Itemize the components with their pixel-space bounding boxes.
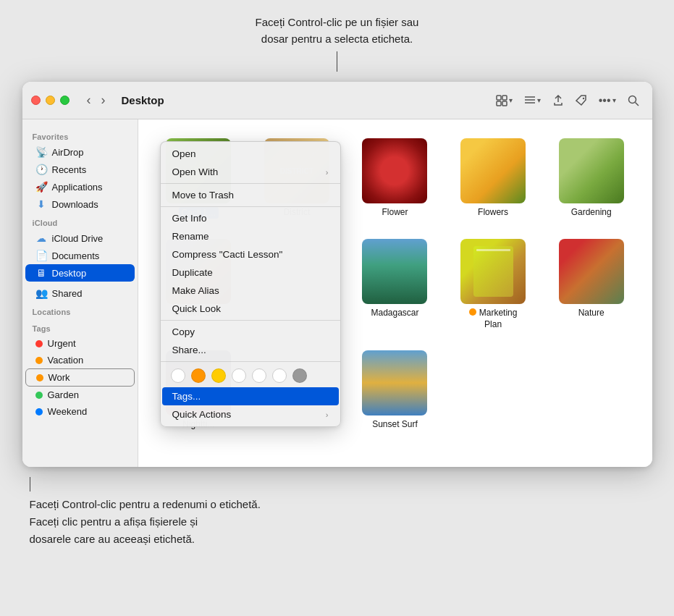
quick-actions-arrow: ›: [326, 410, 329, 419]
sidebar-item-tag-urgent-label: Urgent: [48, 338, 76, 349]
applications-icon: 🚀: [35, 181, 47, 193]
sidebar-item-tag-work[interactable]: Work: [25, 368, 135, 387]
cm-compress[interactable]: Compress "Cacti Lesson": [162, 245, 339, 263]
cm-quick-actions[interactable]: Quick Actions ›: [162, 405, 339, 423]
tag-urgent-dot: [35, 340, 43, 347]
cm-sep4: [161, 361, 340, 362]
tag-vacation-dot: [35, 357, 43, 364]
sidebar-item-downloads-label: Downloads: [52, 199, 98, 210]
cm-open-with[interactable]: Open With ›: [162, 163, 339, 181]
sidebar-item-tag-urgent[interactable]: Urgent: [25, 335, 135, 352]
top-annotation: Faceți Control-clic pe un fișier saudosa…: [256, 14, 419, 72]
finder-window: ‹ › Desktop ▾ ▾: [22, 82, 652, 467]
sidebar: Favorites 📡 AirDrop 🕐 Recents 🚀 Applicat…: [22, 119, 138, 467]
content-area: 🌵 Cacti L... DISTRICT District Flower: [138, 119, 652, 467]
list-view-button[interactable]: ▾: [520, 92, 545, 109]
sidebar-item-tag-weekend-label: Weekend: [48, 406, 88, 417]
cm-sep3: [161, 320, 340, 321]
sidebar-item-desktop[interactable]: 🖥 Desktop: [25, 264, 135, 282]
tag-color-blue[interactable]: [272, 368, 287, 383]
sidebar-item-desktop-label: Desktop: [52, 268, 87, 279]
search-button[interactable]: [623, 92, 644, 109]
maximize-button[interactable]: [60, 96, 69, 105]
sidebar-item-tag-vacation[interactable]: Vacation: [25, 352, 135, 368]
cm-share[interactable]: Share...: [162, 341, 339, 359]
airdrop-icon: 📡: [35, 146, 47, 158]
sidebar-item-tag-garden-label: Garden: [48, 389, 79, 400]
context-menu: Open Open With › Move to Trash Get Info: [160, 141, 341, 427]
svg-point-7: [582, 97, 584, 98]
sidebar-item-icloud-label: iCloud Drive: [52, 233, 104, 244]
tags-button[interactable]: [571, 92, 591, 109]
cm-sep2: [161, 206, 340, 207]
tag-color-orange[interactable]: [191, 368, 206, 383]
cm-copy[interactable]: Copy: [162, 323, 339, 341]
cm-get-info[interactable]: Get Info: [162, 209, 339, 227]
documents-icon: 📄: [35, 250, 47, 261]
close-button[interactable]: [31, 96, 41, 105]
more-button[interactable]: ••• ▾: [594, 91, 620, 110]
cm-move-trash[interactable]: Move to Trash: [162, 186, 339, 204]
traffic-lights: [31, 96, 69, 105]
cm-sep1: [161, 183, 340, 184]
sidebar-item-tag-weekend[interactable]: Weekend: [25, 403, 135, 420]
shared-icon: 👥: [35, 287, 47, 299]
cm-tags[interactable]: Tags...: [162, 387, 339, 405]
share-button[interactable]: [548, 92, 568, 109]
bottom-annotation-line2: Faceți clic pentru a afișa fișierele și: [30, 513, 652, 531]
back-button[interactable]: ‹: [83, 91, 96, 109]
cm-tag-colors: [161, 364, 340, 387]
sidebar-section-favorites: Favorites: [22, 127, 138, 143]
sidebar-item-shared-label: Shared: [52, 288, 83, 299]
bottom-annotation-line3: dosarele care au aceeași etichetă.: [30, 531, 652, 548]
sidebar-item-tag-work-label: Work: [49, 372, 70, 383]
svg-rect-1: [502, 96, 507, 100]
sidebar-item-applications[interactable]: 🚀 Applications: [25, 178, 135, 195]
sidebar-item-recents-label: Recents: [52, 164, 87, 175]
sidebar-section-locations: Locations: [22, 302, 138, 318]
bottom-annotations: Faceți Control-clic pentru a redenumi o …: [22, 477, 652, 548]
cm-rename[interactable]: Rename: [162, 227, 339, 245]
tag-color-gray[interactable]: [292, 368, 307, 383]
finder-main: Favorites 📡 AirDrop 🕐 Recents 🚀 Applicat…: [22, 119, 652, 467]
sidebar-item-recents[interactable]: 🕐 Recents: [25, 161, 135, 178]
tag-garden-dot: [35, 392, 43, 399]
sidebar-item-icloud-drive[interactable]: ☁ iCloud Drive: [25, 229, 135, 247]
bottom-annotation-line1: Faceți Control-clic pentru a redenumi o …: [30, 496, 652, 513]
cm-open[interactable]: Open: [162, 145, 339, 163]
icloud-icon: ☁: [35, 232, 47, 244]
svg-line-9: [635, 102, 639, 106]
cm-quick-look[interactable]: Quick Look: [162, 300, 339, 318]
desktop-icon: 🖥: [35, 267, 47, 279]
icon-view-button[interactable]: ▾: [492, 92, 517, 109]
svg-rect-2: [497, 101, 501, 106]
svg-rect-3: [502, 101, 507, 106]
open-with-arrow: ›: [326, 168, 329, 177]
sidebar-item-airdrop[interactable]: 📡 AirDrop: [25, 143, 135, 161]
tag-weekend-dot: [35, 408, 43, 415]
cm-make-alias[interactable]: Make Alias: [162, 282, 339, 300]
sidebar-item-airdrop-label: AirDrop: [52, 147, 84, 158]
recents-icon: 🕐: [35, 164, 47, 175]
toolbar: ‹ › Desktop ▾ ▾: [22, 82, 652, 119]
sidebar-item-documents-label: Documents: [52, 250, 100, 261]
tag-color-white1[interactable]: [232, 368, 246, 383]
sidebar-item-downloads[interactable]: ⬇ Downloads: [25, 195, 135, 213]
toolbar-title: Desktop: [122, 94, 486, 106]
forward-button[interactable]: ›: [97, 91, 110, 109]
minimize-button[interactable]: [46, 96, 55, 105]
tag-color-yellow[interactable]: [211, 368, 226, 383]
tag-color-none[interactable]: [171, 368, 185, 383]
sidebar-item-documents[interactable]: 📄 Documents: [25, 247, 135, 264]
downloads-icon: ⬇: [35, 198, 47, 210]
sidebar-section-icloud: iCloud: [22, 213, 138, 229]
svg-point-8: [628, 96, 636, 103]
toolbar-icons: ▾ ▾ •••: [492, 91, 644, 110]
sidebar-item-tag-vacation-label: Vacation: [48, 355, 84, 366]
tag-color-teal[interactable]: [252, 368, 266, 383]
cm-duplicate[interactable]: Duplicate: [162, 263, 339, 282]
sidebar-item-applications-label: Applications: [52, 182, 103, 193]
sidebar-item-tag-garden[interactable]: Garden: [25, 387, 135, 403]
sidebar-item-shared[interactable]: 👥 Shared: [25, 284, 135, 302]
svg-rect-0: [497, 96, 501, 100]
